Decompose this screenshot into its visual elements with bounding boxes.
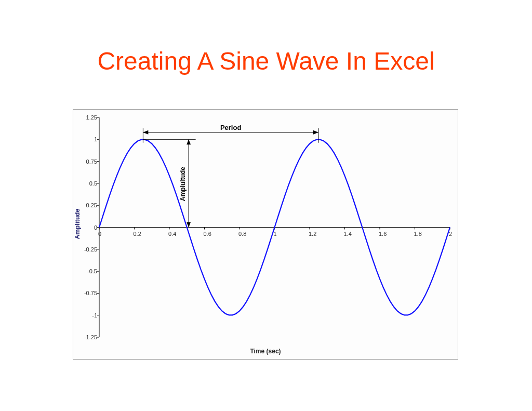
y-tick-label: 0: [78, 224, 97, 231]
x-tick-label: 1: [274, 231, 277, 237]
x-tick-label: 0.4: [168, 231, 176, 237]
plot-area: Period Ampluitude -1.25-1-0.75-0.5-0.250…: [99, 117, 450, 337]
y-tick-label: -0.5: [78, 268, 97, 274]
x-tick-label: 1.2: [309, 231, 316, 237]
y-tick-label: -0.25: [78, 246, 97, 253]
x-tick-label: 1.8: [414, 231, 422, 237]
page-title: Creating A Sine Wave In Excel: [0, 47, 532, 75]
y-tick-label: 0.25: [78, 202, 97, 208]
y-tick-label: 0.75: [78, 158, 97, 165]
y-tick-label: 1: [78, 136, 97, 142]
x-tick-label: 0.2: [134, 231, 141, 237]
x-tick-label: 2: [449, 231, 452, 237]
period-annotation-label: Period: [220, 124, 241, 131]
x-tick-label: 1.6: [379, 231, 387, 237]
x-axis-label: Time (sec): [73, 348, 458, 355]
y-tick-label: -0.75: [78, 290, 97, 296]
chart-frame: Amplitude Time (sec) Period Ampluitude -…: [73, 109, 458, 360]
x-tick-label: 0.8: [238, 231, 246, 237]
y-tick-label: -1: [78, 312, 97, 319]
amplitude-annotation-label: Ampluitude: [179, 167, 187, 201]
x-tick-label: 1.4: [344, 231, 352, 237]
y-tick-label: 1.25: [78, 114, 97, 121]
x-tick-label: 0.6: [204, 231, 211, 237]
chart-svg: [99, 117, 450, 337]
y-tick-label: 0.5: [78, 180, 97, 187]
x-tick-label: 0: [98, 231, 101, 237]
y-tick-label: -1.25: [78, 334, 97, 340]
